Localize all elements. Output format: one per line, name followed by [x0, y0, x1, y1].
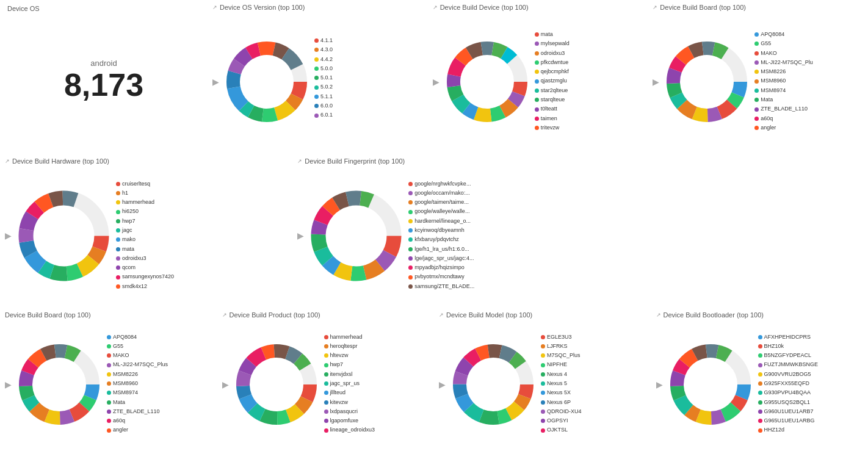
build-fingerprint-title: Device Build Fingerprint (top 100): [305, 157, 405, 165]
build-board-bottom-title: Device Build Board (top 100): [5, 311, 91, 319]
build-fingerprint-panel: ↗ Device Build Fingerprint (top 100) ▶: [292, 154, 585, 308]
build-product-panel: ↗ Device Build Product (top 100) ▶: [217, 308, 435, 451]
build-board-top-legend: APQ8084 G55 MAKO ML-JI22-M7SQC_Plu MSM82…: [754, 30, 813, 134]
build-fingerprint-legend: google/nrghwkfcvpke... google/occam/mako…: [408, 179, 474, 292]
build-board-bottom-nav[interactable]: ▶: [5, 380, 12, 389]
empty-spacer-row2: [585, 154, 868, 308]
expand-icon-8[interactable]: ↗: [439, 312, 444, 318]
build-device-panel: ↗ Device Build Device (top 100) ▶: [428, 0, 648, 154]
build-board-top-nav[interactable]: ▶: [653, 77, 659, 87]
build-bootloader-panel: ↗ Device Build Bootloader (top 100) ▶: [651, 308, 869, 451]
build-model-title: Device Build Model (top 100): [446, 311, 532, 319]
device-os-count: 8,173: [64, 68, 143, 103]
build-device-nav[interactable]: ▶: [433, 77, 439, 87]
build-hardware-legend: cruiserltesq h1 hammerhead hi6250 hwp7 j…: [116, 179, 174, 292]
expand-icon-3[interactable]: ↗: [653, 4, 657, 10]
build-bootloader-donut: [668, 342, 753, 427]
build-device-title: Device Build Device (top 100): [440, 4, 529, 11]
build-board-top-title: Device Build Board (top 100): [660, 4, 746, 11]
build-product-title: Device Build Product (top 100): [230, 311, 320, 319]
os-version-legend: 4.1.1 4.3.0 4.4.2 5.0.0 5.0.1 5.0.2 5.1.…: [314, 36, 333, 128]
build-fingerprint-donut: [309, 189, 403, 283]
os-version-donut: [224, 39, 309, 124]
build-hardware-title: Device Build Hardware (top 100): [12, 157, 109, 165]
expand-icon-4[interactable]: ↗: [5, 158, 10, 164]
device-os-title: Device OS: [7, 5, 200, 12]
expand-icon[interactable]: ↗: [212, 4, 217, 10]
build-device-legend: mata mylsepwald odroidxu3 pfkcdwntue qej…: [535, 30, 570, 134]
build-device-donut: [444, 39, 530, 124]
build-model-legend: EGLE3U3 LJFRKS M7SQC_Plus NIPFHE Nexus 4…: [541, 333, 582, 436]
build-board-bottom-legend: APQ8084 G55 MAKO ML-JI22-M7SQC_Plus MSM8…: [107, 333, 168, 436]
build-hardware-donut: [16, 189, 111, 283]
build-hardware-nav[interactable]: ▶: [5, 231, 12, 240]
build-product-nav[interactable]: ▶: [222, 380, 229, 389]
build-bootloader-title: Device Build Bootloader (top 100): [664, 311, 764, 319]
build-hardware-panel: ↗ Device Build Hardware (top 100) ▶: [0, 154, 292, 308]
expand-icon-7[interactable]: ↗: [222, 312, 227, 318]
expand-icon-5[interactable]: ↗: [297, 158, 302, 164]
build-model-donut: [450, 342, 536, 427]
build-product-legend: hammerhead heroqltespr hltevzw hwp7 iten…: [324, 333, 375, 436]
build-board-top-donut: [664, 39, 750, 124]
build-model-nav[interactable]: ▶: [439, 380, 446, 389]
expand-icon-2[interactable]: ↗: [433, 4, 438, 10]
device-os-panel: Device OS android 8,173: [0, 0, 208, 154]
build-fingerprint-nav[interactable]: ▶: [297, 231, 304, 240]
os-version-title: Device OS Version (top 100): [220, 4, 305, 11]
build-board-bottom-panel: Device Build Board (top 100) ▶: [0, 308, 217, 451]
expand-icon-9[interactable]: ↗: [656, 312, 661, 318]
build-board-bottom-donut: [16, 342, 102, 427]
build-bootloader-legend: AFXHPEHIDCPRS BHZ10k B5NZGFYDPEACL FUZTJ…: [758, 333, 819, 436]
device-os-subtitle: android: [90, 59, 117, 68]
build-bootloader-nav[interactable]: ▶: [656, 380, 663, 389]
os-version-panel: ↗ Device OS Version (top 100) ▶: [208, 0, 428, 154]
build-model-panel: ↗ Device Build Model (top 100) ▶: [434, 308, 651, 451]
build-board-top-panel: ↗ Device Build Board (top 100) ▶: [648, 0, 868, 154]
build-product-donut: [234, 342, 319, 427]
os-version-nav[interactable]: ▶: [212, 77, 219, 87]
